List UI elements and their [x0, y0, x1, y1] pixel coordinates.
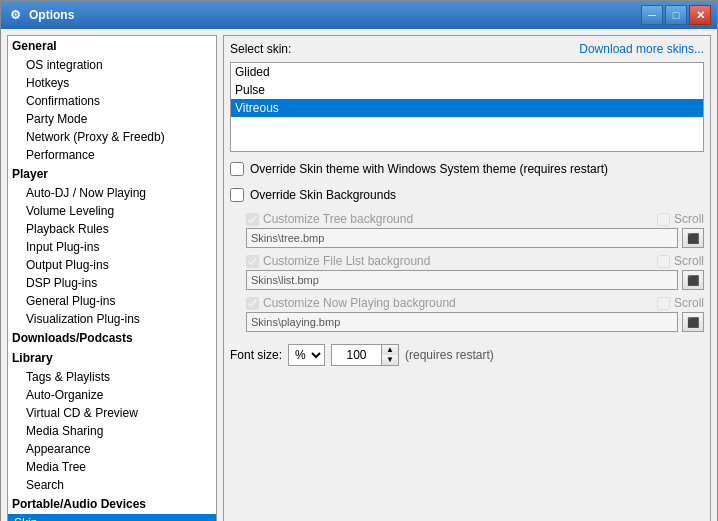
override-backgrounds-checkbox[interactable]: [230, 188, 244, 202]
sidebar-item-search[interactable]: Search: [8, 476, 216, 494]
skin-item-vitreous[interactable]: Vitreous: [231, 99, 703, 117]
sidebar-item-volume-leveling[interactable]: Volume Leveling: [8, 202, 216, 220]
tree-scroll-check: Scroll: [657, 212, 704, 226]
window-title: Options: [29, 8, 641, 22]
override-backgrounds-row: Override Skin Backgrounds: [230, 188, 704, 202]
nowplaying-background-row: Customize Now Playing background Scroll …: [246, 296, 704, 332]
title-bar: ⚙ Options ─ □ ✕: [1, 1, 717, 29]
filelist-scroll-checkbox[interactable]: [657, 255, 670, 268]
sidebar-item-viz-plugins[interactable]: Visualization Plug-ins: [8, 310, 216, 328]
tree-background-row: Customize Tree background Scroll ⬛: [246, 212, 704, 248]
sidebar-category-player[interactable]: Player: [8, 164, 216, 184]
skin-item-pulse[interactable]: Pulse: [231, 81, 703, 99]
close-button[interactable]: ✕: [689, 5, 711, 25]
sidebar-category-general[interactable]: General: [8, 36, 216, 56]
nowplaying-background-checkbox[interactable]: [246, 297, 259, 310]
override-system-theme-label: Override Skin theme with Windows System …: [250, 162, 608, 176]
nowplaying-browse-button[interactable]: ⬛: [682, 312, 704, 332]
sidebar-item-tags-playlists[interactable]: Tags & Playlists: [8, 368, 216, 386]
sidebar-item-confirmations[interactable]: Confirmations: [8, 92, 216, 110]
sidebar-category-library[interactable]: Library: [8, 348, 216, 368]
content-area: General OS integration Hotkeys Confirmat…: [1, 29, 717, 521]
tree-background-label: Customize Tree background: [246, 212, 413, 226]
sidebar-item-input-plugins[interactable]: Input Plug-ins: [8, 238, 216, 256]
download-skins-link[interactable]: Download more skins...: [579, 42, 704, 56]
customize-section: Customize Tree background Scroll ⬛: [230, 212, 704, 332]
sidebar-item-playback-rules[interactable]: Playback Rules: [8, 220, 216, 238]
font-spinner: ▲ ▼: [331, 344, 399, 366]
filelist-background-label: Customize File List background: [246, 254, 430, 268]
sidebar-item-media-tree[interactable]: Media Tree: [8, 458, 216, 476]
font-decrement-button[interactable]: ▼: [382, 355, 398, 365]
sidebar-item-os-integration[interactable]: OS integration: [8, 56, 216, 74]
skin-header: Select skin: Download more skins...: [230, 42, 704, 56]
override-backgrounds-label: Override Skin Backgrounds: [250, 188, 396, 202]
nowplaying-background-header: Customize Now Playing background Scroll: [246, 296, 704, 310]
sidebar-item-hotkeys[interactable]: Hotkeys: [8, 74, 216, 92]
tree-file-row: ⬛: [246, 228, 704, 248]
skin-section: Select skin: Download more skins... Glid…: [230, 42, 704, 152]
sidebar-item-media-sharing[interactable]: Media Sharing: [8, 422, 216, 440]
nowplaying-file-input[interactable]: [246, 312, 678, 332]
font-increment-button[interactable]: ▲: [382, 345, 398, 355]
filelist-file-input[interactable]: [246, 270, 678, 290]
filelist-background-checkbox[interactable]: [246, 255, 259, 268]
minimize-button[interactable]: ─: [641, 5, 663, 25]
skin-list[interactable]: Glided Pulse Vitreous: [230, 62, 704, 152]
nowplaying-file-row: ⬛: [246, 312, 704, 332]
override-system-theme-row: Override Skin theme with Windows System …: [230, 162, 704, 176]
sidebar-item-dsp-plugins[interactable]: DSP Plug-ins: [8, 274, 216, 292]
sidebar: General OS integration Hotkeys Confirmat…: [7, 35, 217, 521]
title-bar-buttons: ─ □ ✕: [641, 5, 711, 25]
sidebar-item-network[interactable]: Network (Proxy & Freedb): [8, 128, 216, 146]
sidebar-item-virtual-cd[interactable]: Virtual CD & Preview: [8, 404, 216, 422]
filelist-background-row: Customize File List background Scroll ⬛: [246, 254, 704, 290]
sidebar-item-output-plugins[interactable]: Output Plug-ins: [8, 256, 216, 274]
sidebar-item-party-mode[interactable]: Party Mode: [8, 110, 216, 128]
maximize-button[interactable]: □: [665, 5, 687, 25]
tree-file-input[interactable]: [246, 228, 678, 248]
nowplaying-background-label: Customize Now Playing background: [246, 296, 456, 310]
window-icon: ⚙: [7, 7, 23, 23]
font-size-row: Font size: % pt ▲ ▼ (requires restart): [230, 344, 704, 366]
filelist-background-header: Customize File List background Scroll: [246, 254, 704, 268]
font-value-input[interactable]: [331, 344, 381, 366]
override-system-theme-checkbox[interactable]: [230, 162, 244, 176]
tree-browse-button[interactable]: ⬛: [682, 228, 704, 248]
sidebar-category-portable[interactable]: Portable/Audio Devices: [8, 494, 216, 514]
filelist-file-row: ⬛: [246, 270, 704, 290]
select-skin-label: Select skin:: [230, 42, 291, 56]
nowplaying-scroll-check: Scroll: [657, 296, 704, 310]
sidebar-item-skin[interactable]: Skin: [8, 514, 216, 521]
options-window: ⚙ Options ─ □ ✕ General OS integration H…: [0, 0, 718, 521]
sidebar-category-downloads[interactable]: Downloads/Podcasts: [8, 328, 216, 348]
sidebar-item-auto-organize[interactable]: Auto-Organize: [8, 386, 216, 404]
tree-background-checkbox[interactable]: [246, 213, 259, 226]
requires-restart-label: (requires restart): [405, 348, 494, 362]
filelist-scroll-check: Scroll: [657, 254, 704, 268]
tree-scroll-checkbox[interactable]: [657, 213, 670, 226]
font-size-label: Font size:: [230, 348, 282, 362]
nowplaying-scroll-checkbox[interactable]: [657, 297, 670, 310]
skin-item-glided[interactable]: Glided: [231, 63, 703, 81]
sidebar-item-performance[interactable]: Performance: [8, 146, 216, 164]
main-panel: Select skin: Download more skins... Glid…: [223, 35, 711, 521]
spinner-arrows: ▲ ▼: [381, 344, 399, 366]
sidebar-item-general-plugins[interactable]: General Plug-ins: [8, 292, 216, 310]
sidebar-item-autodj[interactable]: Auto-DJ / Now Playing: [8, 184, 216, 202]
filelist-browse-button[interactable]: ⬛: [682, 270, 704, 290]
tree-background-header: Customize Tree background Scroll: [246, 212, 704, 226]
font-unit-select[interactable]: % pt: [288, 344, 325, 366]
sidebar-item-appearance[interactable]: Appearance: [8, 440, 216, 458]
